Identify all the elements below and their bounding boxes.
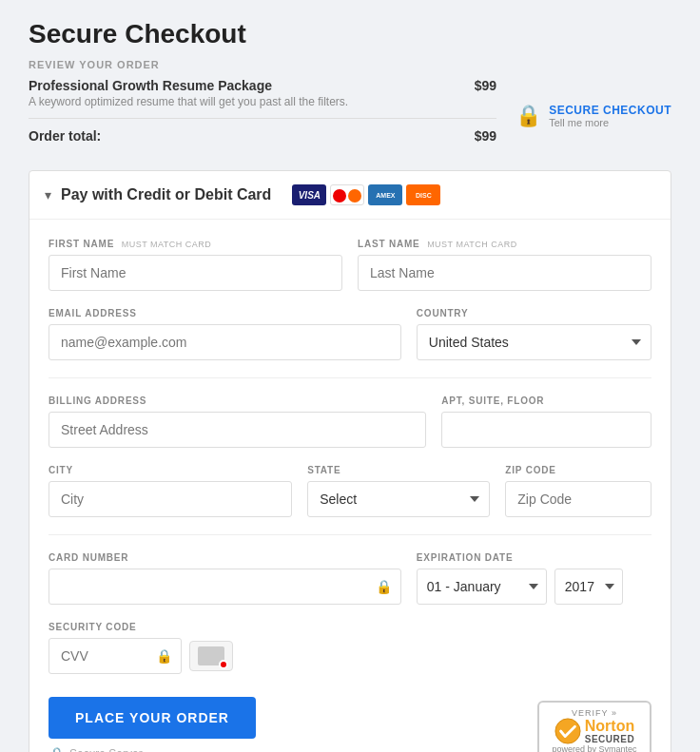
norton-secured: SECURED xyxy=(585,734,634,744)
product-desc: A keyword optimized resume that will get… xyxy=(29,95,348,108)
norton-main-row: Norton SECURED xyxy=(554,718,634,744)
zip-group: ZIP CODE xyxy=(505,465,651,517)
card-graphic xyxy=(198,646,224,665)
norton-name: Norton xyxy=(585,719,634,734)
first-name-label: FIRST NAME MUST MATCH CARD xyxy=(49,239,342,249)
chevron-down-icon[interactable]: ▾ xyxy=(45,187,51,202)
cvv-card-icon xyxy=(189,641,233,671)
card-section-title: Pay with Credit or Debit Card xyxy=(61,186,271,203)
address-row: BILLING ADDRESS APT, SUITE, FLOOR xyxy=(49,395,651,448)
order-total-price: $99 xyxy=(475,128,496,144)
apt-input[interactable] xyxy=(441,412,651,448)
cvv-lock-icon: 🔒 xyxy=(156,648,172,664)
city-input[interactable] xyxy=(49,481,292,517)
billing-label: BILLING ADDRESS xyxy=(49,395,426,406)
visa-logo: VISA xyxy=(292,184,326,205)
zip-label: ZIP CODE xyxy=(505,465,651,475)
amex-logo: AMEX xyxy=(368,184,402,205)
card-number-wrap: 🔒 xyxy=(49,569,401,605)
state-group: STATE Select Alabama California New York… xyxy=(307,465,490,517)
security-code-group: SECURITY CODE 🔒 xyxy=(49,622,258,674)
last-name-group: LAST NAME MUST MATCH CARD xyxy=(358,239,651,291)
apt-group: APT, SUITE, FLOOR xyxy=(441,395,651,448)
review-label: REVIEW YOUR ORDER xyxy=(29,59,671,70)
order-total-label: Order total: xyxy=(29,128,101,144)
last-name-label: LAST NAME MUST MATCH CARD xyxy=(358,239,651,249)
product-name: Professional Growth Resume Package xyxy=(29,78,348,93)
email-group: EMAIL ADDRESS xyxy=(49,308,401,360)
country-select[interactable]: United States Canada United Kingdom xyxy=(417,324,651,360)
apt-label: APT, SUITE, FLOOR xyxy=(441,395,651,406)
expiry-year-select[interactable]: 2017 2018 2019 2020 2021 xyxy=(554,569,623,605)
city-state-zip-row: CITY STATE Select Alabama California New… xyxy=(49,465,651,517)
email-country-row: EMAIL ADDRESS COUNTRY United States Cana… xyxy=(49,308,651,360)
expiry-month-select[interactable]: 01 - January 02 - February 03 - March 04… xyxy=(417,569,547,605)
city-group: CITY xyxy=(49,465,292,517)
page-title: Secure Checkout xyxy=(29,19,671,49)
country-group: COUNTRY United States Canada United King… xyxy=(417,308,651,360)
form-body: FIRST NAME MUST MATCH CARD LAST NAME MUS… xyxy=(29,220,671,752)
billing-group: BILLING ADDRESS xyxy=(49,395,426,448)
secure-server-lock-icon: 🔒 xyxy=(49,746,65,752)
card-number-label: CARD NUMBER xyxy=(49,552,401,563)
card-expiry-row: CARD NUMBER 🔒 EXPIRATION DATE 01 - Janua… xyxy=(49,552,651,605)
card-section: ▾ Pay with Credit or Debit Card VISA AME… xyxy=(29,170,671,752)
expiry-label: EXPIRATION DATE xyxy=(417,552,651,563)
secure-checkout-label: SECURE CHECKOUT xyxy=(549,104,671,117)
bottom-row: PLACE YOUR ORDER 🔒 Secure Server VERIFY … xyxy=(49,678,651,752)
cvv-row: 🔒 xyxy=(49,638,258,674)
expiry-group: EXPIRATION DATE 01 - January 02 - Februa… xyxy=(417,552,651,605)
city-label: CITY xyxy=(49,465,292,475)
norton-text: Norton SECURED xyxy=(585,719,634,744)
email-input[interactable] xyxy=(49,324,401,360)
country-label: COUNTRY xyxy=(417,308,651,318)
discover-logo: DISC xyxy=(406,184,440,205)
cvv-wrap: 🔒 xyxy=(49,638,182,674)
street-address-input[interactable] xyxy=(49,412,426,448)
cvv-dot xyxy=(219,660,228,669)
norton-powered: powered by Symantec xyxy=(552,744,636,752)
mastercard-logo xyxy=(330,184,364,205)
secure-badge: 🔒 SECURE CHECKOUT Tell me more xyxy=(515,104,671,128)
state-label: STATE xyxy=(307,465,490,475)
expiry-selects: 01 - January 02 - February 03 - March 04… xyxy=(417,569,651,605)
card-lock-icon: 🔒 xyxy=(376,579,392,594)
place-order-wrap: PLACE YOUR ORDER 🔒 Secure Server xyxy=(49,678,256,752)
svg-point-0 xyxy=(555,719,580,743)
product-price: $99 xyxy=(475,78,496,93)
norton-check-icon xyxy=(554,718,581,744)
lock-icon: 🔒 xyxy=(515,104,541,128)
card-logos: VISA AMEX DISC xyxy=(292,184,440,205)
card-number-group: CARD NUMBER 🔒 xyxy=(49,552,401,605)
name-row: FIRST NAME MUST MATCH CARD LAST NAME MUS… xyxy=(49,239,651,291)
norton-badge: VERIFY » Norton SECURED powered by Syman… xyxy=(537,701,651,752)
email-label: EMAIL ADDRESS xyxy=(49,308,401,318)
security-code-label: SECURITY CODE xyxy=(49,622,258,632)
norton-verify: VERIFY » xyxy=(572,708,617,718)
state-select[interactable]: Select Alabama California New York Texas xyxy=(307,481,490,517)
secure-server-label: Secure Server xyxy=(69,747,143,752)
card-header: ▾ Pay with Credit or Debit Card VISA AME… xyxy=(29,171,671,220)
card-number-input[interactable] xyxy=(49,569,401,605)
secure-server: 🔒 Secure Server xyxy=(49,746,256,752)
last-name-input[interactable] xyxy=(358,255,651,291)
first-name-group: FIRST NAME MUST MATCH CARD xyxy=(49,239,342,291)
zip-input[interactable] xyxy=(505,481,651,517)
tell-me-more[interactable]: Tell me more xyxy=(549,117,671,128)
place-order-button[interactable]: PLACE YOUR ORDER xyxy=(49,697,256,739)
first-name-input[interactable] xyxy=(49,255,342,291)
